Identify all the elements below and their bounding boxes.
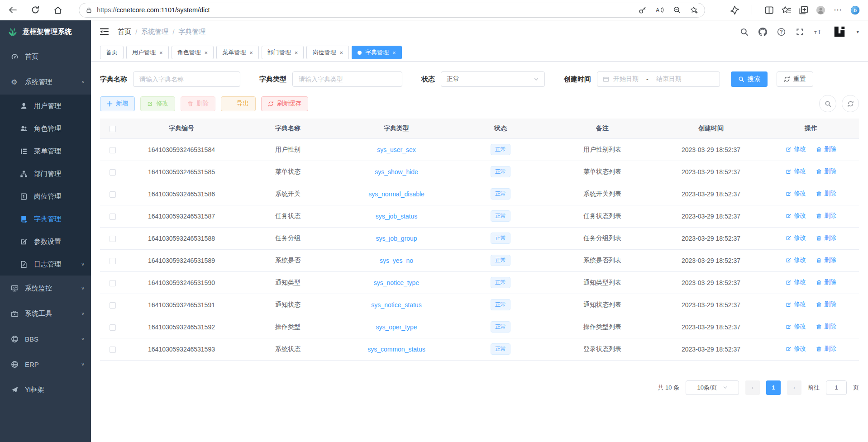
url-text[interactable]: https://ccnetcore.com:1101/system/dict — [97, 6, 634, 14]
tab-home[interactable]: 首页 × — [100, 46, 124, 59]
row-delete-link[interactable]: 删除 — [816, 234, 836, 242]
bing-icon[interactable]: b — [850, 5, 860, 15]
search-button[interactable]: 搜索 — [731, 71, 768, 87]
sidebar-item-monitor[interactable]: 系统监控 ∨ — [0, 276, 91, 301]
row-delete-link[interactable]: 删除 — [816, 300, 836, 309]
sidebar-collapse-icon[interactable] — [100, 28, 109, 35]
refresh-table-button[interactable] — [842, 95, 859, 112]
read-aloud-icon[interactable]: A — [656, 6, 664, 14]
tab-dept[interactable]: 部门管理 × — [262, 46, 304, 59]
tab-menu[interactable]: 菜单管理 × — [216, 46, 259, 59]
row-edit-link[interactable]: 修改 — [786, 345, 806, 353]
dict-type-link[interactable]: sys_job_status — [376, 213, 418, 220]
sidebar-item-user[interactable]: 用户管理 — [0, 95, 91, 117]
profile-icon[interactable] — [816, 5, 825, 15]
dict-type-link[interactable]: sys_yes_no — [380, 257, 413, 264]
home-icon[interactable] — [53, 5, 62, 14]
row-checkbox[interactable] — [110, 258, 116, 264]
breadcrumb-system[interactable]: 系统管理 — [141, 28, 168, 36]
dict-type-link[interactable]: sys_common_status — [367, 346, 425, 353]
row-checkbox[interactable] — [110, 169, 116, 176]
caret-down-icon[interactable]: ▾ — [856, 29, 859, 35]
sidebar-item-role[interactable]: 角色管理 — [0, 117, 91, 140]
row-delete-link[interactable]: 删除 — [816, 278, 836, 286]
select-all-checkbox[interactable] — [110, 126, 116, 132]
split-screen-icon[interactable] — [764, 5, 774, 15]
close-icon[interactable]: × — [205, 49, 208, 56]
breadcrumb-home[interactable]: 首页 — [118, 28, 131, 36]
tab-role[interactable]: 角色管理 × — [172, 46, 214, 59]
dict-type-input[interactable] — [292, 71, 402, 87]
row-checkbox[interactable] — [110, 147, 116, 153]
search-icon[interactable] — [740, 28, 749, 36]
row-checkbox[interactable] — [110, 302, 116, 309]
tab-user[interactable]: 用户管理 × — [126, 46, 169, 59]
close-icon[interactable]: × — [392, 49, 396, 56]
dict-type-link[interactable]: sys_normal_disable — [368, 190, 424, 198]
row-edit-link[interactable]: 修改 — [786, 190, 806, 198]
sidebar-item-dict[interactable]: 字典管理 — [0, 208, 91, 230]
row-edit-link[interactable]: 修改 — [786, 278, 806, 286]
close-icon[interactable]: × — [249, 49, 253, 56]
tab-dict[interactable]: 字典管理 × — [352, 46, 402, 59]
sidebar-item-post[interactable]: 岗位管理 — [0, 185, 91, 208]
sidebar-item-log[interactable]: 日志管理 ∨ — [0, 253, 91, 276]
user-avatar[interactable] — [833, 25, 846, 38]
row-edit-link[interactable]: 修改 — [786, 145, 806, 153]
status-select[interactable]: 正常 — [441, 71, 545, 87]
next-page-button[interactable]: › — [787, 380, 801, 395]
row-delete-link[interactable]: 删除 — [816, 167, 836, 176]
row-checkbox[interactable] — [110, 324, 116, 331]
goto-page-input[interactable]: 1 — [826, 380, 847, 395]
row-edit-link[interactable]: 修改 — [786, 167, 806, 176]
sidebar-item-dept[interactable]: 部门管理 — [0, 162, 91, 185]
favorites-icon[interactable] — [782, 5, 791, 15]
sidebar-item-tools[interactable]: 系统工具 ∨ — [0, 301, 91, 326]
date-range-picker[interactable]: 开始日期 - 结束日期 — [597, 71, 720, 87]
row-edit-link[interactable]: 修改 — [786, 234, 806, 242]
collections-icon[interactable] — [799, 5, 808, 15]
page-1-button[interactable]: 1 — [766, 380, 781, 395]
row-checkbox[interactable] — [110, 191, 116, 198]
sidebar-item-yiframe[interactable]: Yi框架 — [0, 377, 91, 402]
row-checkbox[interactable] — [110, 214, 116, 220]
export-button[interactable]: 导出 — [221, 96, 256, 111]
row-delete-link[interactable]: 删除 — [816, 256, 836, 264]
row-checkbox[interactable] — [110, 347, 116, 353]
row-checkbox[interactable] — [110, 236, 116, 242]
sidebar-item-home[interactable]: 首页 — [0, 44, 91, 69]
row-checkbox[interactable] — [110, 280, 116, 286]
dict-type-link[interactable]: sys_job_group — [376, 235, 417, 242]
tab-post[interactable]: 岗位管理 × — [306, 46, 349, 59]
row-edit-link[interactable]: 修改 — [786, 212, 806, 220]
dict-type-link[interactable]: sys_show_hide — [375, 168, 418, 176]
font-size-icon[interactable]: TT — [814, 28, 823, 36]
sidebar-item-bbs[interactable]: BBS ∨ — [0, 326, 91, 352]
page-size-select[interactable]: 10条/页 — [686, 380, 739, 395]
sidebar-item-param[interactable]: 参数设置 — [0, 230, 91, 253]
dict-type-link[interactable]: sys_notice_type — [374, 279, 419, 286]
row-delete-link[interactable]: 删除 — [816, 190, 836, 198]
close-icon[interactable]: × — [295, 49, 298, 56]
close-icon[interactable]: × — [339, 49, 343, 56]
dict-type-link[interactable]: sys_notice_status — [371, 301, 421, 309]
row-delete-link[interactable]: 删除 — [816, 323, 836, 331]
row-edit-link[interactable]: 修改 — [786, 256, 806, 264]
row-delete-link[interactable]: 删除 — [816, 345, 836, 353]
back-icon[interactable] — [8, 5, 17, 14]
row-delete-link[interactable]: 删除 — [816, 212, 836, 220]
row-delete-link[interactable]: 删除 — [816, 145, 836, 153]
dict-name-input[interactable] — [133, 71, 240, 87]
favorite-add-icon[interactable] — [690, 6, 698, 14]
sidebar-item-erp[interactable]: ERP ∨ — [0, 352, 91, 377]
row-edit-link[interactable]: 修改 — [786, 323, 806, 331]
refresh-icon[interactable] — [31, 5, 40, 14]
show-search-button[interactable] — [819, 95, 836, 112]
help-icon[interactable]: ? — [777, 28, 786, 36]
reset-button[interactable]: 重置 — [777, 71, 813, 87]
extensions-icon[interactable] — [730, 5, 739, 15]
fullscreen-icon[interactable] — [796, 28, 804, 36]
zoom-out-icon[interactable] — [673, 6, 681, 14]
refresh-cache-button[interactable]: 刷新缓存 — [261, 96, 308, 111]
dict-type-link[interactable]: sys_oper_type — [376, 323, 417, 331]
